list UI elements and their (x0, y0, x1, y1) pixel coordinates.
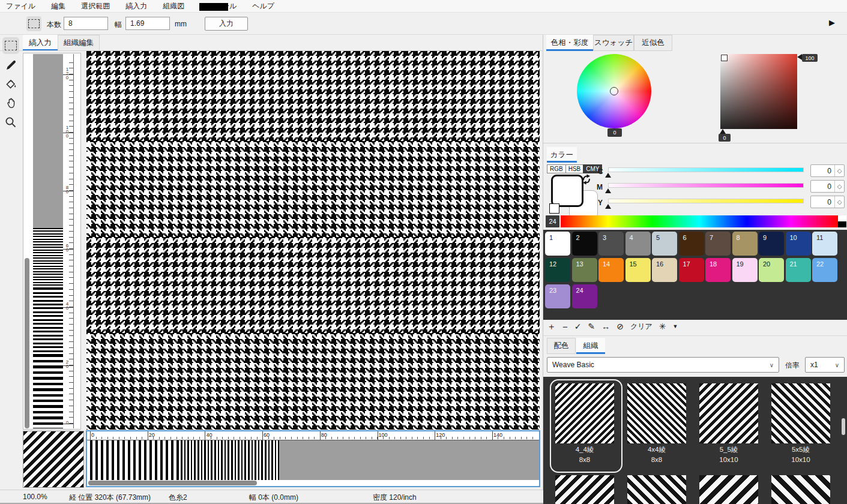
fabric-canvas[interactable] (86, 51, 540, 430)
clear-button[interactable]: クリア (630, 322, 653, 332)
scale-select[interactable]: x1 ∨ (805, 357, 845, 373)
cyan-slider-handle[interactable] (605, 173, 611, 178)
weave-thumb-4x4綾[interactable] (627, 383, 686, 443)
weave-thumb-row2-4[interactable] (771, 475, 830, 504)
tab-hue-saturation[interactable]: 色相・彩度 (546, 35, 593, 51)
cyan-value-field[interactable]: 0 ◇ (810, 164, 845, 177)
mode-rgb-button[interactable]: RGB (547, 164, 566, 173)
magenta-slider-handle[interactable] (605, 188, 611, 193)
warp-stripe-panel[interactable]: 120100806040200 (23, 53, 81, 430)
yellow-slider-handle[interactable] (605, 204, 611, 209)
hand-tool-button[interactable] (2, 95, 19, 112)
menu-help[interactable]: ヘルプ (252, 1, 274, 11)
saturation-value-square[interactable] (720, 54, 797, 129)
palette-swatch-24[interactable]: 24 (572, 284, 597, 308)
warp-stripe-bar[interactable] (33, 54, 63, 428)
weave-thumb-row2-2[interactable] (627, 475, 686, 504)
palette-swatch-10[interactable]: 10 (786, 232, 811, 256)
palette-swatch-16[interactable]: 16 (652, 258, 677, 282)
tab-similar-colors[interactable]: 近似色 (634, 35, 672, 51)
menu-stripe-input[interactable]: 縞入力 (125, 1, 147, 11)
cyan-spinner-icon[interactable]: ◇ (834, 165, 844, 176)
pencil-tool-button[interactable] (2, 56, 19, 73)
weave-thumb-5_5綾[interactable] (699, 383, 758, 443)
menu-selection[interactable]: 選択範囲 (81, 1, 110, 11)
mode-hsb-button[interactable]: HSB (565, 164, 584, 173)
tab-coloring[interactable]: 配色 (547, 338, 576, 354)
palette-swatch-11[interactable]: 11 (812, 232, 837, 256)
select-tool-button[interactable] (2, 37, 19, 54)
palette-swatch-21[interactable]: 21 (786, 258, 811, 282)
palette-swatch-22[interactable]: 22 (812, 258, 837, 282)
palette-swatch-18[interactable]: 18 (705, 258, 731, 282)
foreground-color-swatch[interactable] (551, 175, 583, 207)
palette-swatch-6[interactable]: 6 (679, 232, 704, 256)
magenta-spinner-icon[interactable]: ◇ (834, 181, 844, 192)
star-icon[interactable]: ✳ (659, 322, 666, 331)
warp-scrollbar-thumb[interactable] (25, 258, 29, 428)
zoom-tool-button[interactable] (2, 114, 19, 131)
spectrum-bar[interactable] (561, 215, 838, 227)
magenta-value-field[interactable]: 0 ◇ (810, 180, 845, 193)
block-icon[interactable]: ⊘ (616, 322, 624, 331)
palette-swatch-4[interactable]: 4 (625, 232, 651, 256)
cyan-slider[interactable] (608, 167, 804, 172)
sv-cursor[interactable] (721, 55, 728, 61)
yellow-slider[interactable] (608, 199, 804, 203)
menu-weave-diagram[interactable]: 組織図 (163, 1, 184, 11)
yellow-value-field[interactable]: 0 ◇ (810, 196, 845, 208)
palette-swatch-12[interactable]: 12 (545, 258, 570, 282)
palette-swatch-7[interactable]: 7 (705, 232, 731, 256)
input-button[interactable]: 入力 (205, 17, 248, 31)
palette-swatch-14[interactable]: 14 (598, 258, 624, 282)
weave-thumb-5x5綾[interactable] (771, 383, 830, 443)
apply-icon[interactable]: ✓ (574, 322, 582, 331)
expand-toolbar-icon[interactable]: ▶ (829, 18, 835, 27)
yellow-value[interactable]: 0 (811, 196, 834, 208)
weft-stripe-bar[interactable] (87, 440, 539, 480)
more-options-icon[interactable]: ▼ (673, 323, 678, 329)
weft-stripe-panel[interactable]: 020406080100120140 (86, 430, 540, 487)
palette-swatch-20[interactable]: 20 (759, 258, 784, 282)
tab-swatches[interactable]: スウォッチ (593, 35, 634, 51)
tab-weave[interactable]: 組織 (576, 338, 605, 354)
width-input[interactable]: 1.69 (125, 17, 170, 30)
swap-colors-icon[interactable]: ↔ (601, 322, 610, 331)
menu-edit[interactable]: 編集 (51, 1, 65, 11)
palette-swatch-9[interactable]: 9 (759, 232, 784, 256)
weave-library-select[interactable]: Weave Basic ∨ (547, 357, 779, 373)
hue-wheel-cursor[interactable] (610, 87, 618, 95)
palette-swatch-17[interactable]: 17 (679, 258, 704, 282)
default-colors-icon[interactable] (549, 203, 559, 214)
palette-swatch-15[interactable]: 15 (625, 258, 651, 282)
menu-file[interactable]: ファイル (6, 1, 35, 11)
weave-corner-preview[interactable] (23, 431, 84, 488)
palette-swatch-3[interactable]: 3 (598, 232, 624, 256)
palette-swatch-5[interactable]: 5 (652, 232, 677, 256)
thumbs-scrollbar-thumb[interactable] (842, 418, 845, 435)
palette-swatch-1[interactable]: 1 (545, 232, 570, 256)
magenta-slider[interactable] (608, 183, 804, 188)
palette-swatch-8[interactable]: 8 (732, 232, 758, 256)
tab-stripe-input[interactable]: 縞入力 (23, 35, 58, 51)
add-color-icon[interactable]: ＋ (547, 321, 556, 332)
palette-swatch-19[interactable]: 19 (732, 258, 758, 282)
fill-tool-button[interactable] (2, 76, 19, 92)
weft-scrollbar-thumb[interactable] (88, 481, 257, 485)
count-input[interactable]: 8 (64, 17, 108, 30)
weave-thumb-row2-3[interactable] (699, 475, 758, 504)
cyan-value[interactable]: 0 (811, 165, 834, 176)
swap-colors-icon[interactable] (580, 173, 592, 185)
spectrum-bw-cap[interactable] (838, 215, 846, 227)
palette-swatch-23[interactable]: 23 (545, 284, 570, 308)
tab-color[interactable]: カラー (547, 147, 577, 163)
magenta-value[interactable]: 0 (811, 181, 834, 192)
edit-color-icon[interactable]: ✎ (588, 322, 595, 331)
marquee-tool-button[interactable] (26, 16, 41, 31)
tab-weave-edit[interactable]: 組織編集 (58, 35, 100, 51)
palette-swatch-13[interactable]: 13 (572, 258, 597, 282)
weave-thumb-row2-1[interactable] (555, 475, 614, 504)
remove-color-icon[interactable]: − (562, 322, 568, 332)
weave-thumb-4_4綾[interactable] (555, 383, 614, 443)
yellow-spinner-icon[interactable]: ◇ (834, 196, 844, 208)
